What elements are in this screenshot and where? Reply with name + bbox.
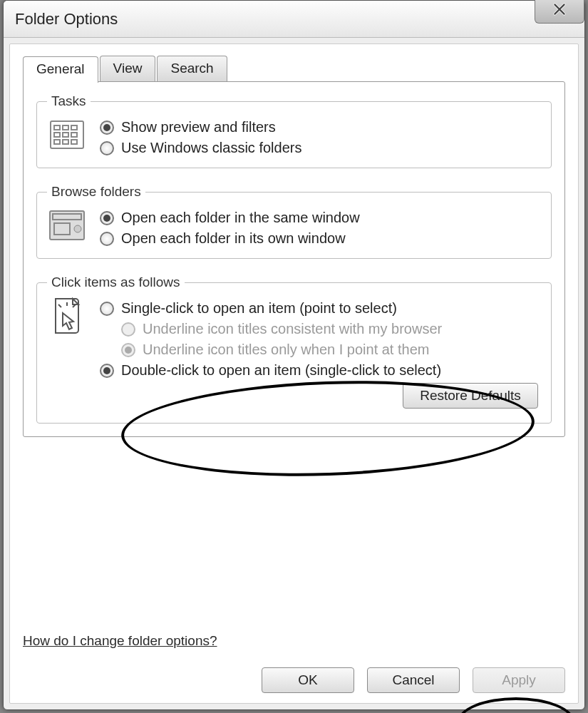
radio-icon [100, 211, 114, 225]
dialog-buttons: OK Cancel Apply [23, 649, 565, 693]
tab-general[interactable]: General [23, 56, 98, 83]
radio-tasks-preview[interactable]: Show preview and filters [100, 119, 541, 135]
radio-browse-own[interactable]: Open each folder in its own window [100, 230, 541, 247]
radio-label: Underline icon titles consistent with my… [143, 321, 442, 337]
svg-rect-2 [63, 125, 68, 130]
radio-click-single[interactable]: Single-click to open an item (point to s… [100, 300, 541, 317]
tab-panel-general: Tasks Show preview and filters [23, 81, 565, 437]
help-link[interactable]: How do I change folder options? [23, 593, 217, 649]
radio-label: Single-click to open an item (point to s… [121, 300, 397, 317]
browse-icon [47, 208, 87, 242]
cancel-button[interactable]: Cancel [367, 667, 460, 693]
group-tasks: Tasks Show preview and filters [36, 93, 552, 168]
radio-underline-point: Underline icon titles only when I point … [121, 342, 541, 358]
radio-tasks-classic[interactable]: Use Windows classic folders [100, 140, 541, 156]
group-browse-legend: Browse folders [47, 184, 145, 200]
radio-label: Use Windows classic folders [121, 140, 301, 156]
tab-search[interactable]: Search [157, 56, 227, 82]
close-icon [552, 1, 567, 21]
group-click: Click items as follows Single- [36, 275, 552, 424]
svg-point-13 [74, 225, 81, 232]
apply-button: Apply [473, 667, 565, 693]
svg-rect-5 [63, 133, 68, 137]
svg-rect-11 [53, 214, 81, 220]
radio-underline-browser: Underline icon titles consistent with my… [121, 321, 541, 337]
radio-label: Open each folder in its own window [121, 230, 346, 247]
radio-icon [100, 232, 114, 246]
radio-icon [100, 141, 114, 155]
radio-icon [100, 120, 114, 135]
svg-rect-1 [54, 125, 60, 130]
group-tasks-legend: Tasks [47, 93, 91, 109]
annotation-oval [458, 697, 574, 713]
svg-rect-3 [71, 125, 77, 130]
radio-browse-same[interactable]: Open each folder in the same window [100, 210, 541, 226]
tasks-icon [47, 118, 87, 152]
radio-label: Show preview and filters [121, 119, 276, 135]
radio-icon [121, 322, 135, 337]
radio-label: Open each folder in the same window [121, 210, 360, 226]
radio-icon [121, 343, 135, 357]
svg-rect-9 [71, 140, 77, 144]
window-title: Folder Options [15, 10, 118, 29]
radio-label: Double-click to open an item (single-cli… [121, 362, 441, 379]
tab-view[interactable]: View [100, 56, 156, 82]
close-button[interactable] [535, 0, 584, 24]
radio-label: Underline icon titles only when I point … [143, 342, 429, 358]
tab-strip: General View Search [23, 56, 565, 82]
svg-rect-7 [54, 140, 60, 144]
svg-rect-12 [54, 223, 70, 235]
radio-icon [100, 302, 114, 316]
folder-options-dialog: Folder Options General View Search Tasks [3, 0, 585, 710]
click-icon [47, 299, 87, 333]
svg-rect-8 [63, 140, 68, 144]
ok-button[interactable]: OK [262, 667, 354, 693]
svg-rect-4 [54, 133, 60, 137]
group-browse: Browse folders Open each folde [36, 184, 552, 259]
radio-click-double[interactable]: Double-click to open an item (single-cli… [100, 362, 541, 379]
restore-defaults-button[interactable]: Restore Defaults [403, 383, 538, 409]
titlebar[interactable]: Folder Options [4, 1, 584, 38]
radio-icon [100, 364, 114, 378]
svg-rect-6 [71, 133, 77, 137]
client-area: General View Search Tasks [9, 43, 579, 704]
group-click-legend: Click items as follows [47, 275, 185, 290]
